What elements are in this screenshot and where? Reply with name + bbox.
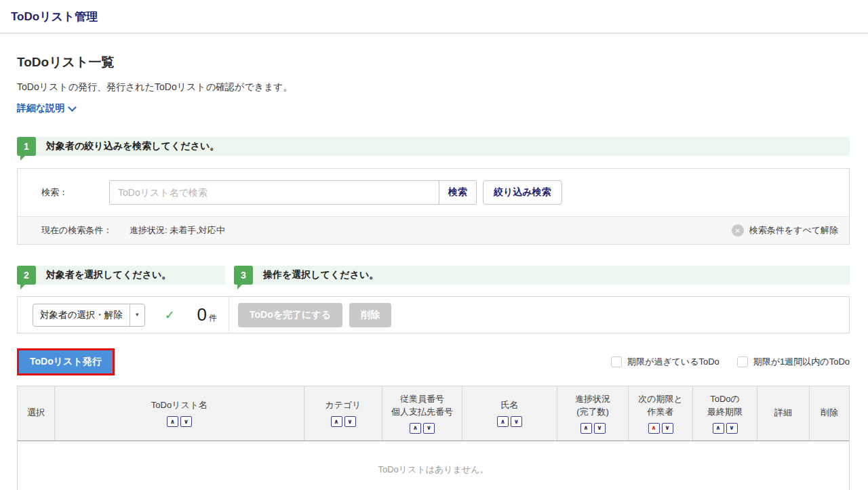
column-header-3: 従業員番号個人支払先番号∧∨ [382, 386, 462, 441]
column-label: ToDoの [710, 393, 740, 406]
column-header-4: 氏名∧∨ [462, 386, 557, 441]
conditions-label: 現在の検索条件： [41, 224, 130, 237]
column-header-8: 詳細 [757, 386, 810, 441]
column-label-line2: (完了数) [576, 406, 609, 419]
details-link[interactable]: 詳細な説明 [17, 102, 75, 115]
column-label: 氏名 [501, 399, 519, 412]
sort-asc-button[interactable]: ∧ [410, 423, 421, 434]
sort-asc-button[interactable]: ∧ [713, 423, 724, 434]
chevron-down-icon [68, 103, 77, 112]
sort-desc-button[interactable]: ∨ [726, 423, 738, 434]
column-label: 進捗状況 [575, 393, 610, 406]
step2-banner: 2 対象者を選択してください。 [17, 266, 225, 285]
app-header: ToDoリスト管理 [0, 0, 868, 34]
table-empty-message: ToDoリストはありません。 [18, 441, 849, 490]
column-header-1: ToDoリスト名∧∨ [55, 386, 304, 441]
complete-todo-button[interactable]: ToDoを完了にする [238, 303, 342, 327]
selected-count-number: 0 [197, 304, 207, 325]
column-header-2: カテゴリ∧∨ [304, 386, 382, 441]
search-label: 検索： [41, 186, 109, 199]
column-header-9: 削除 [810, 386, 849, 441]
issue-todo-list-button[interactable]: ToDoリスト発行 [19, 350, 113, 373]
search-input-group: 検索 [109, 180, 477, 205]
sort-desc-button[interactable]: ∨ [423, 423, 435, 434]
step3-banner: 3 操作を選択してください。 [234, 266, 850, 285]
step3-badge: 3 [234, 266, 253, 285]
search-input[interactable] [110, 181, 439, 204]
selection-actions: ToDoを完了にする 削除 [229, 297, 391, 333]
step1-badge: 1 [17, 137, 36, 156]
check-icon: ✓ [165, 308, 175, 323]
filter-overdue-item[interactable]: 期限が過ぎているToDo [611, 356, 719, 368]
column-label: 削除 [821, 407, 838, 420]
selection-left-group: 対象者の選択・解除 ▼ ✓ 0 件 [18, 297, 229, 333]
column-label: 従業員番号 [400, 393, 444, 406]
sort-asc-button[interactable]: ∧ [331, 416, 342, 427]
clear-conditions-button[interactable]: ✕ 検索条件をすべて解除 [732, 224, 838, 237]
todo-table: 選択ToDoリスト名∧∨カテゴリ∧∨従業員番号個人支払先番号∧∨氏名∧∨進捗状況… [17, 386, 850, 490]
step3-label: 操作を選択してください。 [263, 269, 378, 281]
app-title: ToDoリスト管理 [11, 9, 98, 24]
sort-asc-button[interactable]: ∧ [167, 416, 178, 427]
select-targets-dropdown[interactable]: 対象者の選択・解除 ▼ [33, 304, 145, 327]
column-label: 詳細 [774, 407, 792, 420]
sort-controls: ∧∨ [331, 416, 356, 427]
step2-badge: 2 [17, 266, 36, 285]
table-header-row: 選択ToDoリスト名∧∨カテゴリ∧∨従業員番号個人支払先番号∧∨氏名∧∨進捗状況… [18, 386, 849, 441]
conditions-value: 進捗状況: 未着手,対応中 [130, 224, 225, 237]
sort-desc-button[interactable]: ∨ [662, 423, 673, 434]
sort-asc-button[interactable]: ∧ [580, 423, 592, 434]
step1-label: 対象者の絞り込みを検索してください。 [46, 140, 219, 152]
column-header-5: 進捗状況(完了数)∧∨ [557, 386, 629, 441]
issue-button-red-highlight: ToDoリスト発行 [17, 348, 115, 375]
deadline-filters: 期限が過ぎているToDo 期限が1週間以内のToDo [611, 356, 850, 368]
column-header-6: 次の期限と作業者∧∨ [629, 386, 693, 441]
clear-circle-x-icon: ✕ [732, 224, 744, 237]
column-label-line2: 最終期限 [707, 406, 743, 419]
sort-desc-button[interactable]: ∨ [511, 416, 522, 427]
page-description: ToDoリストの発行、発行されたToDoリストの確認ができます。 [17, 81, 850, 94]
search-button[interactable]: 検索 [439, 181, 476, 204]
column-label-line2: 個人支払先番号 [391, 406, 453, 419]
delete-button[interactable]: 削除 [349, 303, 391, 327]
step2-label: 対象者を選択してください。 [46, 269, 171, 281]
selection-panel: 対象者の選択・解除 ▼ ✓ 0 件 ToDoを完了にする 削除 [17, 296, 850, 333]
details-link-label: 詳細な説明 [17, 102, 64, 115]
sort-controls: ∧∨ [713, 423, 738, 434]
filter-overdue-label: 期限が過ぎているToDo [627, 356, 719, 368]
step1-banner: 1 対象者の絞り込みを検索してください。 [17, 137, 850, 156]
column-label: ToDoリスト名 [151, 399, 208, 412]
filter-search-button[interactable]: 絞り込み検索 [483, 180, 562, 205]
sort-asc-button[interactable]: ∧ [497, 416, 509, 427]
column-label: 選択 [27, 407, 45, 420]
page-title: ToDoリスト一覧 [17, 54, 850, 71]
clear-conditions-label: 検索条件をすべて解除 [749, 224, 838, 237]
main-content: ToDoリスト一覧 ToDoリストの発行、発行されたToDoリストの確認ができま… [0, 54, 868, 490]
sort-controls: ∧∨ [410, 423, 435, 434]
issue-row: ToDoリスト発行 期限が過ぎているToDo 期限が1週間以内のToDo [17, 348, 850, 375]
caret-down-icon[interactable]: ▼ [130, 304, 144, 326]
search-panel: 検索： 検索 絞り込み検索 現在の検索条件： 進捗状況: 未着手,対応中 ✕ 検… [17, 168, 850, 245]
sort-desc-button[interactable]: ∨ [594, 423, 606, 434]
selected-count-unit: 件 [209, 312, 217, 324]
column-label-line2: 作業者 [648, 406, 674, 419]
filter-within-week-item[interactable]: 期限が1週間以内のToDo [737, 356, 850, 368]
select-targets-dropdown-label: 対象者の選択・解除 [33, 304, 130, 326]
search-row: 検索： 検索 絞り込み検索 [18, 169, 849, 216]
filter-within-week-checkbox[interactable] [737, 356, 748, 367]
sort-asc-button[interactable]: ∧ [648, 423, 660, 434]
filter-within-week-label: 期限が1週間以内のToDo [753, 356, 850, 368]
column-header-0: 選択 [18, 386, 55, 441]
sort-controls: ∧∨ [648, 423, 673, 434]
sort-controls: ∧∨ [497, 416, 522, 427]
column-label: 次の期限と [638, 393, 683, 406]
selected-count: 0 件 [197, 304, 229, 325]
steps-row: 2 対象者を選択してください。 3 操作を選択してください。 [17, 266, 850, 285]
sort-controls: ∧∨ [167, 416, 192, 427]
sort-desc-button[interactable]: ∨ [344, 416, 356, 427]
sort-desc-button[interactable]: ∨ [180, 416, 192, 427]
current-conditions-row: 現在の検索条件： 進捗状況: 未着手,対応中 ✕ 検索条件をすべて解除 [18, 216, 849, 244]
column-label: カテゴリ [325, 399, 361, 412]
sort-controls: ∧∨ [580, 423, 606, 434]
filter-overdue-checkbox[interactable] [611, 356, 622, 367]
